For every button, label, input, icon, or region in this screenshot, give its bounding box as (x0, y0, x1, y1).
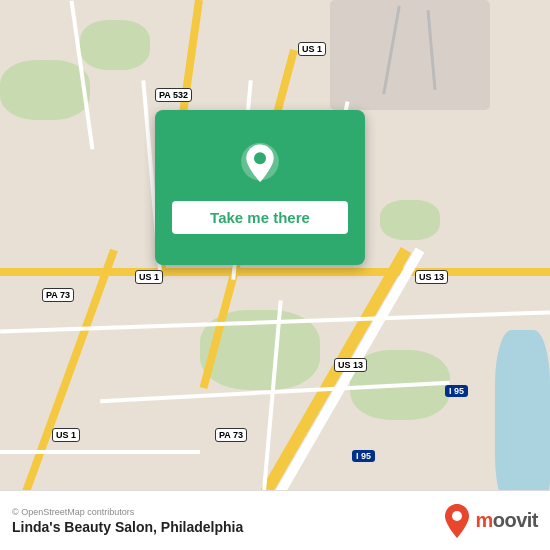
location-title: Linda's Beauty Salon, Philadelphia (12, 519, 243, 535)
road-badge-us13-bot: US 13 (334, 358, 367, 372)
airport-area (330, 0, 490, 110)
road-badge-i95-bot: I 95 (352, 450, 375, 462)
park-area (380, 200, 440, 240)
info-bar: © OpenStreetMap contributors Linda's Bea… (0, 490, 550, 550)
road-badge-us1-bot: US 1 (52, 428, 80, 442)
svg-point-2 (452, 511, 462, 521)
location-pin-icon (236, 141, 284, 189)
road-badge-pa73-left: PA 73 (42, 288, 74, 302)
major-road (0, 268, 550, 276)
minor-road (0, 450, 200, 454)
road-badge-pa532: PA 532 (155, 88, 192, 102)
park-area (80, 20, 150, 70)
road-badge-us13-right: US 13 (415, 270, 448, 284)
park-area (0, 60, 90, 120)
water-area (510, 400, 550, 490)
road-badge-us1-top: US 1 (298, 42, 326, 56)
svg-point-1 (254, 152, 266, 164)
map-container: US 1 PA 532 PA 73 US 1 US 13 US 13 PA 73… (0, 0, 550, 490)
moovit-brand-text: moovit (475, 509, 538, 532)
location-card: Take me there (155, 110, 365, 265)
map-attribution: © OpenStreetMap contributors (12, 507, 243, 517)
moovit-pin-icon (443, 503, 471, 539)
road-badge-pa73-bot: PA 73 (215, 428, 247, 442)
moovit-logo: moovit (443, 503, 538, 539)
road-badge-i95-right: I 95 (445, 385, 468, 397)
take-me-there-button[interactable]: Take me there (172, 201, 348, 234)
road-badge-us1-mid: US 1 (135, 270, 163, 284)
info-left: © OpenStreetMap contributors Linda's Bea… (12, 507, 243, 535)
